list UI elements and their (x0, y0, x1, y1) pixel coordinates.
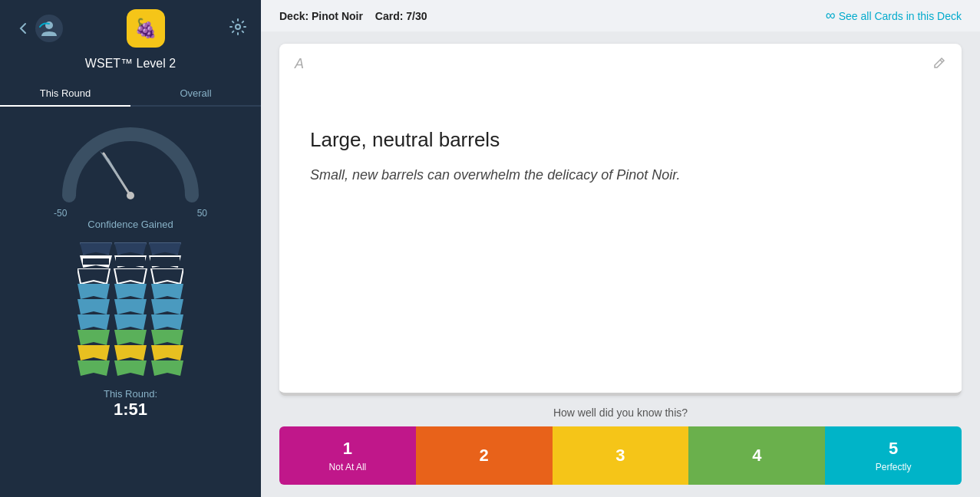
rating-label-1: Not At All (329, 462, 367, 472)
svg-marker-20 (78, 345, 110, 360)
svg-marker-21 (114, 345, 147, 360)
card-area: A Large, neutral barrels Small, new barr… (261, 31, 980, 396)
tab-this-round[interactable]: This Round (0, 81, 130, 105)
main-content: Deck: Pinot Noir Card: 7/30 ∞ See all Ca… (261, 0, 980, 497)
svg-marker-23 (78, 360, 110, 376)
svg-marker-24 (114, 360, 147, 376)
gauge-labels: -50 50 (54, 208, 207, 219)
rating-button-3[interactable]: 3 (553, 426, 689, 485)
chevron-blue-row3 (78, 314, 183, 330)
svg-marker-13 (151, 299, 183, 314)
svg-marker-7 (151, 268, 183, 284)
chevron-blue-row1 (78, 284, 183, 299)
sidebar-header: 🍇 (0, 0, 261, 57)
chevron-green-row2 (78, 360, 183, 376)
chevron-yellow-row (78, 345, 183, 360)
app-logo: 🍇 (127, 9, 165, 48)
card-value: 7/30 (406, 10, 427, 22)
svg-marker-19 (151, 330, 183, 345)
confidence-label: Confidence Gained (87, 219, 173, 230)
settings-button[interactable] (229, 18, 247, 40)
confidence-gauge (54, 119, 207, 203)
svg-marker-16 (151, 314, 183, 330)
rating-number-5: 5 (889, 439, 898, 459)
rating-section: How well did you know this? 1 Not At All… (261, 396, 980, 497)
tab-overall[interactable]: Overall (130, 81, 261, 105)
chevron-outline-row (78, 268, 183, 284)
card-prefix: Card: (375, 10, 404, 22)
card-main-text: Large, neutral barrels (310, 128, 931, 152)
svg-marker-15 (114, 314, 147, 330)
svg-marker-5 (78, 268, 110, 284)
deck-prefix: Deck: (279, 10, 309, 22)
svg-marker-14 (78, 314, 110, 330)
chevron-green-row1 (78, 330, 183, 345)
svg-marker-9 (114, 284, 147, 299)
round-time: 1:51 (114, 400, 147, 420)
svg-marker-22 (151, 345, 183, 360)
svg-marker-25 (151, 360, 183, 376)
svg-point-1 (236, 25, 240, 29)
deck-info: Deck: Pinot Noir Card: 7/30 (279, 10, 427, 22)
card-corner-label: A (295, 56, 304, 72)
chevron-row-1 (80, 242, 181, 255)
sidebar: 🍇 WSET™ Level 2 This Round Overall -50 5… (0, 0, 261, 497)
gauge-max: 50 (197, 208, 207, 219)
svg-marker-12 (114, 299, 147, 314)
deck-name: Pinot Noir (312, 10, 363, 22)
infinity-icon: ∞ (826, 8, 834, 24)
svg-marker-6 (114, 268, 147, 284)
rating-number-1: 1 (343, 439, 352, 459)
rating-question: How well did you know this? (279, 406, 962, 419)
svg-marker-10 (151, 284, 183, 299)
svg-marker-11 (78, 299, 110, 314)
flashcard: A Large, neutral barrels Small, new barr… (279, 44, 962, 396)
see-all-text: See all Cards in this Deck (839, 10, 962, 22)
chevrons-chart (78, 242, 183, 376)
rating-button-4[interactable]: 4 (688, 426, 825, 485)
app-title: WSET™ Level 2 (85, 57, 176, 71)
svg-marker-8 (78, 284, 110, 299)
see-all-link[interactable]: ∞ See all Cards in this Deck (826, 8, 962, 24)
chevron-row-2 (80, 255, 181, 268)
rating-buttons: 1 Not At All 2 3 4 5 Perfectly (279, 426, 962, 485)
rating-number-4: 4 (752, 446, 761, 466)
rating-number-3: 3 (615, 446, 625, 466)
card-sub-text: Small, new barrels can overwhelm the del… (310, 167, 931, 183)
rating-button-1[interactable]: 1 Not At All (279, 426, 416, 485)
avatar (35, 15, 63, 42)
top-bar: Deck: Pinot Noir Card: 7/30 ∞ See all Ca… (261, 0, 980, 31)
chevron-blue-row2 (78, 299, 183, 314)
svg-marker-17 (78, 330, 110, 345)
rating-label-5: Perfectly (876, 462, 912, 472)
rating-number-2: 2 (480, 446, 489, 466)
rating-button-2[interactable]: 2 (416, 426, 553, 485)
svg-marker-18 (114, 330, 147, 345)
tabs: This Round Overall (0, 81, 261, 107)
rating-button-5[interactable]: 5 Perfectly (825, 426, 962, 485)
edit-icon[interactable] (931, 56, 946, 75)
gauge-min: -50 (54, 208, 67, 219)
round-label: This Round: (104, 388, 157, 400)
back-button[interactable] (14, 15, 63, 42)
